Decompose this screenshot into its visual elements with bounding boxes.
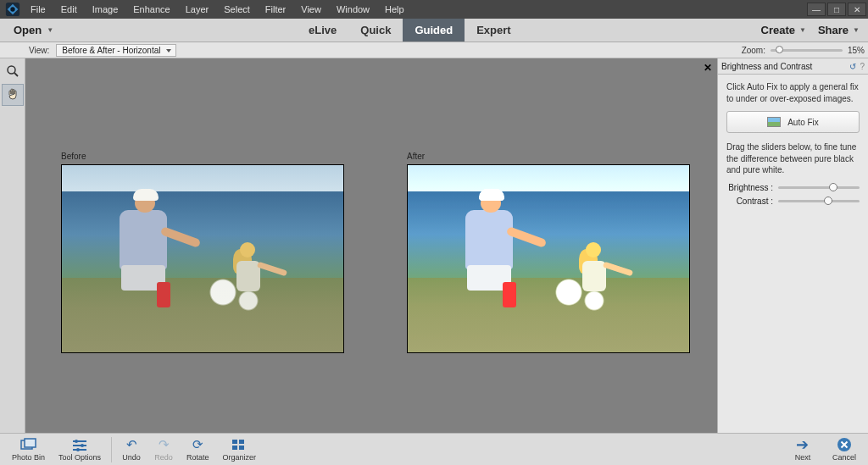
zoom-tool[interactable] — [2, 60, 24, 82]
menu-bar: File Edit Image Enhance Layer Select Fil… — [24, 3, 411, 16]
menu-select[interactable]: Select — [217, 3, 257, 16]
next-icon: ➔ — [793, 437, 812, 452]
brightness-label: Brightness : — [726, 183, 773, 192]
title-bar: File Edit Image Enhance Layer Select Fil… — [0, 0, 868, 19]
photo-bin-label: Photo Bin — [12, 453, 45, 462]
zoom-slider-thumb[interactable] — [776, 46, 783, 53]
menu-view[interactable]: View — [294, 3, 328, 16]
cancel-button[interactable]: Cancel — [827, 437, 861, 462]
auto-fix-label: Auto Fix — [787, 118, 819, 127]
photo-bin-icon — [19, 437, 38, 452]
side-panel: Brightness and Contrast ↺ ? Click Auto F… — [717, 58, 868, 433]
header-bar: Open ▼ eLive Quick Guided Expert Create▼… — [0, 19, 868, 42]
undo-button[interactable]: ↶ Undo — [117, 437, 146, 462]
zoom-block: Zoom: 15% — [742, 46, 865, 55]
content-row: ✕ Before After — [0, 58, 868, 433]
open-button[interactable]: Open ▼ — [8, 20, 58, 40]
menu-enhance[interactable]: Enhance — [126, 3, 176, 16]
hand-tool[interactable] — [2, 84, 24, 106]
hand-icon — [6, 88, 19, 102]
compare-view: Before After — [61, 152, 709, 353]
svg-line-3 — [14, 73, 18, 76]
menu-help[interactable]: Help — [378, 3, 411, 16]
menu-edit[interactable]: Edit — [54, 3, 84, 16]
menu-image[interactable]: Image — [86, 3, 125, 16]
redo-icon: ↷ — [154, 437, 173, 452]
mode-expert[interactable]: Expert — [465, 19, 522, 42]
cancel-icon — [835, 437, 854, 452]
mode-guided[interactable]: Guided — [403, 19, 465, 42]
next-button[interactable]: ➔ Next — [788, 437, 817, 462]
contrast-slider[interactable] — [778, 200, 860, 202]
mode-tabs: eLive Quick Guided Expert — [297, 19, 523, 42]
contrast-row: Contrast : — [726, 197, 860, 206]
zoom-label: Zoom: — [742, 46, 765, 55]
rotate-button[interactable]: ⟳ Rotate — [181, 437, 214, 462]
zoom-slider[interactable] — [771, 49, 843, 52]
view-dropdown[interactable]: Before & After - Horizontal — [56, 44, 176, 57]
svg-rect-15 — [239, 446, 244, 450]
tool-options-label: Tool Options — [58, 453, 101, 462]
menu-layer[interactable]: Layer — [179, 3, 216, 16]
caret-down-icon: ▼ — [853, 26, 860, 34]
panel-body: Click Auto Fix to apply a general fix to… — [718, 75, 868, 217]
open-label: Open — [14, 24, 42, 36]
magnifier-icon — [6, 64, 19, 78]
menu-file[interactable]: File — [24, 3, 53, 16]
organizer-button[interactable]: Organizer — [218, 437, 262, 462]
rotate-icon: ⟳ — [188, 437, 207, 452]
guided-close-icon[interactable]: ✕ — [704, 62, 712, 74]
redo-label: Redo — [154, 453, 173, 462]
before-image — [61, 164, 344, 353]
toolbox — [0, 58, 25, 433]
rotate-label: Rotate — [186, 453, 209, 462]
separator — [111, 437, 112, 462]
reset-icon[interactable]: ↺ — [849, 62, 856, 71]
brightness-row: Brightness : — [726, 183, 860, 192]
menu-window[interactable]: Window — [330, 3, 376, 16]
share-button[interactable]: Share▼ — [818, 24, 860, 36]
svg-point-10 — [81, 444, 84, 447]
organizer-icon — [230, 437, 248, 452]
next-label: Next — [795, 453, 811, 462]
maximize-button[interactable]: □ — [827, 3, 846, 16]
create-label: Create — [761, 24, 795, 36]
brightness-thumb[interactable] — [829, 183, 837, 191]
photo-bin-button[interactable]: Photo Bin — [7, 437, 50, 462]
app-icon — [5, 2, 20, 17]
after-box: After — [407, 152, 690, 353]
svg-point-11 — [76, 448, 80, 451]
caret-down-icon: ▼ — [799, 26, 806, 34]
contrast-label: Contrast : — [726, 197, 773, 206]
options-bar: View: Before & After - Horizontal Zoom: … — [0, 42, 868, 58]
menu-filter[interactable]: Filter — [259, 3, 292, 16]
caret-down-icon: ▼ — [47, 26, 53, 34]
brightness-slider[interactable] — [778, 186, 860, 189]
mode-elive[interactable]: eLive — [297, 19, 348, 42]
svg-point-2 — [8, 66, 15, 74]
view-label: View: — [29, 46, 49, 55]
tool-options-button[interactable]: Tool Options — [53, 437, 106, 462]
svg-point-1 — [10, 7, 14, 11]
close-button[interactable]: ✕ — [848, 3, 866, 16]
share-label: Share — [818, 24, 849, 36]
svg-point-9 — [75, 440, 78, 443]
window-controls: — □ ✕ — [805, 3, 866, 16]
svg-rect-12 — [232, 440, 237, 444]
mode-quick[interactable]: Quick — [348, 19, 403, 42]
undo-label: Undo — [122, 453, 141, 462]
panel-title: Brightness and Contrast — [721, 62, 812, 71]
redo-button[interactable]: ↷ Redo — [149, 437, 178, 462]
organizer-label: Organizer — [223, 453, 257, 462]
svg-rect-13 — [239, 440, 244, 444]
panel-help-2: Drag the sliders below, to fine tune the… — [726, 141, 860, 176]
zoom-value: 15% — [848, 46, 865, 55]
minimize-button[interactable]: — — [807, 3, 826, 16]
help-icon[interactable]: ? — [860, 62, 865, 71]
canvas-area: ✕ Before After — [25, 58, 717, 433]
auto-fix-button[interactable]: Auto Fix — [726, 111, 860, 133]
svg-rect-5 — [25, 439, 36, 447]
create-button[interactable]: Create▼ — [761, 24, 806, 36]
contrast-thumb[interactable] — [824, 197, 832, 205]
undo-icon: ↶ — [122, 437, 141, 452]
